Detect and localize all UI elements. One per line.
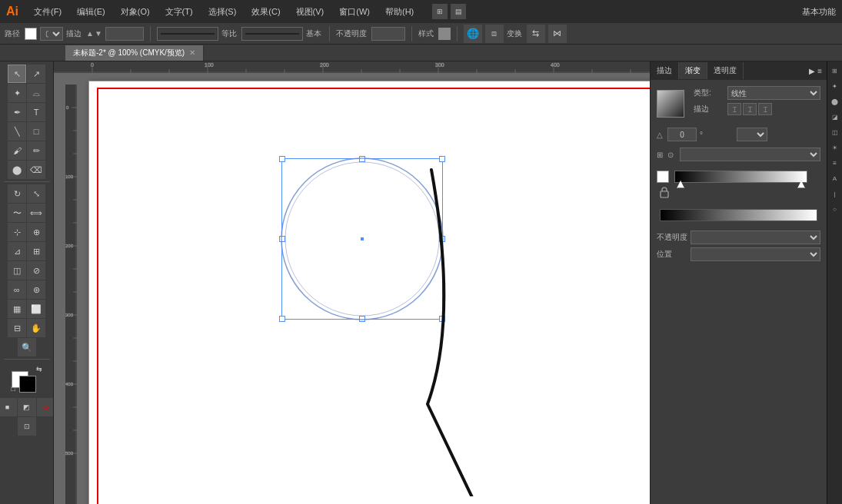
handle-br[interactable] [439,316,445,322]
lasso-tool[interactable]: ⌓ [27,84,45,102]
workspace-icon[interactable]: ▤ [451,4,466,19]
opacity-value[interactable]: 100% [371,27,405,41]
scale-tool[interactable]: ⤡ [27,184,45,203]
panel-tab-opacity[interactable]: 透明度 [707,62,744,79]
handle-tc[interactable] [359,156,365,162]
handle-ml[interactable] [279,236,285,242]
menu-effect[interactable]: 效果(C) [248,6,283,18]
gradient-track[interactable] [674,171,807,183]
pathfinder-icon[interactable]: ⋈ [548,25,567,43]
stroke-inside-btn[interactable]: ⌶ [727,103,741,115]
fr-blob-icon[interactable]: ⬤ [829,95,841,108]
document-tab[interactable]: 未标题-2* @ 100% (CMYK/预览) ✕ [65,45,204,61]
tab-close-button[interactable]: ✕ [189,48,195,57]
stroke-swatch[interactable] [25,28,37,40]
menu-text[interactable]: 文字(T) [162,6,196,18]
free-transform-tool[interactable]: ⊹ [8,223,26,241]
gradient-tool[interactable]: ◫ [8,261,26,280]
gradient-fill-btn[interactable]: ◩ [18,398,36,416]
magic-wand-tool[interactable]: ✦ [8,84,26,102]
canvas-area[interactable]: 0 100 200 300 400 [54,61,650,504]
menu-view[interactable]: 视图(V) [293,6,328,18]
gradient-swatch[interactable] [657,90,684,118]
opacity-select[interactable] [691,230,820,244]
warp-tool[interactable]: 〜 [8,204,26,222]
stroke-down[interactable]: ▼ [95,29,102,38]
fr-align2-icon[interactable]: | [829,187,841,200]
stroke-up[interactable]: ▲ [86,29,94,38]
none-fill-btn[interactable]: ⊘ [37,398,55,416]
color-mode-fill[interactable]: ■ [0,398,17,416]
perspective-tool[interactable]: ⊿ [8,242,26,260]
pen-tool[interactable]: ✒ [8,103,26,121]
fr-grid-icon[interactable]: ⊞ [829,65,841,77]
line-tool[interactable]: ╲ [8,122,26,141]
fr-sun-icon[interactable]: ☀ [829,141,841,154]
globe-icon[interactable]: 🌐 [464,25,482,43]
eraser-tool[interactable]: ⌫ [27,161,45,179]
handle-mr[interactable] [439,236,445,242]
stroke-color-swatch[interactable] [19,376,36,393]
fr-brush-icon[interactable]: ✦ [829,80,841,92]
panel-menu-arrow[interactable]: ▶ ≡ [804,64,827,78]
width-tool[interactable]: ⟺ [27,204,45,222]
angle-input[interactable] [667,128,697,141]
artboard-tool[interactable]: ⬜ [27,300,45,318]
stroke-value[interactable]: 2 mm [105,27,144,41]
menu-file[interactable]: 文件(F) [31,6,65,18]
panel-tab-gradient[interactable]: 渐变 [679,62,707,79]
stroke-end-preview[interactable] [241,27,303,41]
selection-tool[interactable]: ↖ [8,65,26,83]
blend-tool[interactable]: ∞ [8,280,26,299]
paintbrush-tool[interactable]: 🖌 [8,141,26,160]
menu-select[interactable]: 选择(S) [205,6,240,18]
slice-tool[interactable]: ⊟ [8,319,26,337]
swap-colors-icon[interactable]: ⇆ [36,365,42,373]
transform-options-icon[interactable]: ⧈ [485,25,504,43]
eyedropper-tool[interactable]: ⊘ [27,261,45,280]
canvas-content[interactable]: 0 100 200 300 400 [65,73,650,504]
handle-bc[interactable] [359,316,365,322]
fr-circle-icon[interactable]: ○ [829,203,841,215]
panel-tab-stroke[interactable]: 描边 [651,62,679,79]
angle-select[interactable] [737,128,767,141]
direct-selection-tool[interactable]: ↗ [27,65,45,83]
handle-tr[interactable] [439,156,445,162]
type-tool[interactable]: T [27,103,45,121]
gradient-lock-icon[interactable] [658,186,671,198]
hand-tool[interactable]: ✋ [27,319,45,337]
zoom-tool[interactable]: 🔍 [18,338,36,356]
menu-edit[interactable]: 编辑(E) [74,6,108,18]
stroke-center-btn[interactable]: ⌶ [743,103,757,115]
shape-dropdown[interactable]: ▢ [40,27,63,41]
handle-tl[interactable] [279,156,285,162]
align-icon[interactable]: ⇆ [527,25,545,43]
menu-help[interactable]: 帮助(H) [382,6,417,18]
handle-bl[interactable] [279,316,285,322]
shape-builder-tool[interactable]: ⊕ [27,223,45,241]
blob-brush-tool[interactable]: ⬤ [8,161,26,179]
gradient-stop-right[interactable] [797,181,805,188]
gradient-start-color[interactable] [657,171,669,183]
style-swatch[interactable] [438,28,451,40]
column-graph-tool[interactable]: ▦ [8,300,26,318]
stroke-outside-btn[interactable]: ⌶ [758,103,772,115]
mesh-tool[interactable]: ⊞ [27,242,45,260]
menu-window[interactable]: 窗口(W) [336,6,373,18]
fr-gradientmesh-icon[interactable]: ◫ [829,126,841,138]
pencil-tool[interactable]: ✏ [27,141,45,160]
gradient-type-select[interactable]: 线性 [727,86,820,100]
fr-align-icon[interactable]: ≡ [829,157,841,169]
symbol-sprayer-tool[interactable]: ⊛ [27,280,45,299]
rotate-tool[interactable]: ↻ [8,184,26,203]
gradient-bar[interactable] [660,209,817,221]
rectangle-tool[interactable]: □ [27,122,45,141]
menu-object[interactable]: 对象(O) [118,6,153,18]
change-screen-mode[interactable]: ⊡ [18,417,36,436]
position-select[interactable] [691,247,820,261]
arrangement-icon[interactable]: ⊞ [432,4,448,19]
fr-type-icon[interactable]: A [829,172,841,184]
gradient-stop-left[interactable] [677,181,684,188]
fr-pattern-icon[interactable]: ◪ [829,111,841,123]
stroke-style-preview[interactable] [157,27,218,41]
